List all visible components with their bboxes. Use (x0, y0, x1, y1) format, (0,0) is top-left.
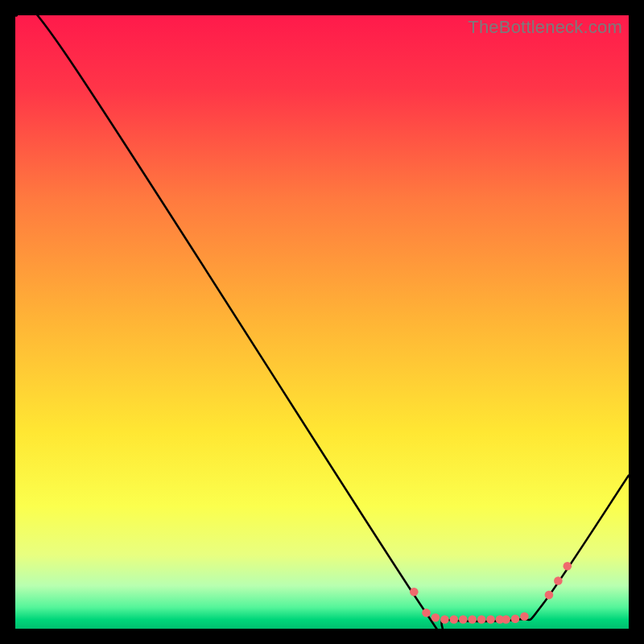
highlight-dot (477, 615, 486, 624)
watermark-label: TheBottleneck.com (468, 17, 622, 38)
highlight-dot (545, 591, 554, 600)
highlight-dot (422, 609, 431, 617)
highlight-dot (511, 615, 520, 624)
highlight-dot (564, 562, 572, 571)
highlight-dot (459, 615, 468, 624)
highlight-dot (450, 615, 459, 624)
highlight-dot (410, 588, 419, 597)
highlight-dot (554, 576, 563, 585)
highlight-dot (431, 613, 440, 622)
highlight-dot (486, 615, 495, 624)
highlight-dot (468, 615, 477, 624)
highlight-dot (502, 615, 510, 624)
highlight-dot (520, 612, 529, 621)
gradient-background (15, 15, 629, 629)
highlight-dot (440, 615, 449, 624)
bottleneck-chart (15, 15, 629, 629)
chart-frame: TheBottleneck.com (15, 15, 629, 629)
